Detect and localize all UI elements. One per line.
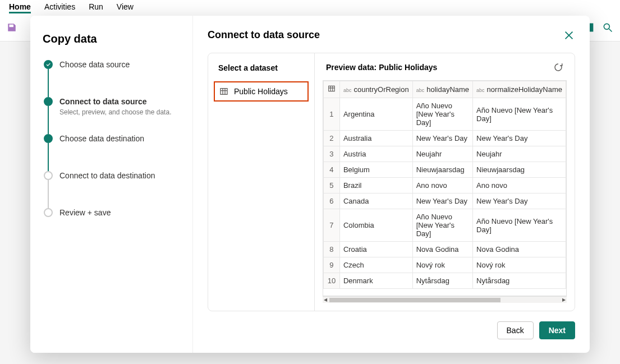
row-number: 2	[324, 131, 340, 146]
wizard-step[interactable]: Choose data source	[43, 60, 180, 97]
step-connector	[48, 180, 49, 208]
cell: Nytårsdag	[412, 273, 472, 289]
preview-panel: Preview data: Public Holidays abccountry…	[315, 53, 575, 311]
search-icon[interactable]	[602, 22, 613, 33]
step-dot	[44, 208, 53, 217]
copy-data-modal: Copy data Choose data sourceConnect to d…	[30, 16, 590, 353]
cell: Año Nuevo [New Year's Day]	[412, 98, 472, 131]
cell: Año Nuevo [New Year's Day]	[473, 209, 566, 242]
column-header[interactable]: abccountryOrRegion	[339, 81, 412, 98]
cell: Año Nuevo [New Year's Day]	[412, 209, 472, 242]
step-connector	[48, 106, 49, 134]
scroll-left-arrow[interactable]: ◀	[323, 297, 328, 302]
cell: Ano novo	[473, 178, 566, 193]
wizard-steps: Choose data sourceConnect to data source…	[43, 60, 180, 217]
table-row[interactable]: 2AustraliaNew Year's DayNew Year's Day	[324, 131, 566, 146]
row-number: 7	[324, 209, 340, 242]
row-number: 6	[324, 193, 340, 209]
cell: Ano novo	[412, 178, 472, 193]
dataset-section-title: Select a dataset	[218, 63, 304, 72]
step-label: Connect to data destination	[59, 171, 155, 180]
svg-point-2	[604, 24, 609, 29]
row-number: 8	[324, 242, 340, 257]
cell: Colombia	[339, 209, 412, 242]
cell: New Year's Day	[473, 131, 566, 146]
cell: Argentina	[339, 98, 412, 131]
ribbon-tab-run[interactable]: Run	[89, 2, 103, 13]
ribbon-tab-activities[interactable]: Activities	[44, 2, 75, 13]
step-dot	[44, 134, 53, 143]
cell: Denmark	[339, 273, 412, 289]
next-button[interactable]: Next	[539, 321, 575, 339]
table-icon	[219, 87, 228, 96]
wizard-step[interactable]: Review + save	[43, 208, 180, 217]
scroll-right-arrow[interactable]: ▶	[561, 297, 567, 302]
svg-rect-6	[221, 89, 227, 95]
check-icon	[44, 60, 53, 69]
cell: Belgium	[339, 162, 412, 178]
table-row[interactable]: 1ArgentinaAño Nuevo [New Year's Day]Año …	[324, 98, 566, 131]
back-button[interactable]: Back	[497, 321, 534, 339]
column-header[interactable]: abcnormalizeHolidayName	[473, 81, 566, 98]
table-row[interactable]: 3AustriaNeujahrNeujahr	[324, 146, 566, 162]
wizard-title: Copy data	[43, 33, 180, 45]
cell: New Year's Day	[473, 193, 566, 209]
ribbon-tab-view[interactable]: View	[117, 2, 134, 13]
cell: Nieuwjaarsdag	[412, 162, 472, 178]
wizard-step[interactable]: Connect to data sourceSelect, preview, a…	[43, 97, 180, 134]
dataset-item[interactable]: Public Holidays	[214, 81, 309, 102]
cell: Nova Godina	[412, 242, 472, 257]
cell: Neujahr	[412, 146, 472, 162]
cell: Australia	[339, 131, 412, 146]
row-number: 9	[324, 257, 340, 273]
rownum-header	[324, 81, 340, 98]
wizard-step[interactable]: Choose data destination	[43, 134, 180, 171]
step-label: Review + save	[59, 208, 111, 217]
horizontal-scrollbar[interactable]: ◀ ▶	[323, 296, 567, 303]
cell: Nieuwjaarsdag	[473, 162, 566, 178]
save-icon[interactable]	[7, 22, 17, 33]
step-dot	[44, 171, 53, 180]
ribbon-tab-home[interactable]: Home	[9, 2, 31, 13]
row-number: 10	[324, 273, 340, 289]
step-dot	[44, 97, 53, 106]
row-number: 4	[324, 162, 340, 178]
dataset-list: Select a dataset Public Holidays	[208, 53, 315, 311]
cell: Nytårsdag	[473, 273, 566, 289]
table-row[interactable]: 8CroatiaNova GodinaNova Godina	[324, 242, 566, 257]
cell: Nový rok	[473, 257, 566, 273]
cell: Neujahr	[473, 146, 566, 162]
table-row[interactable]: 7ColombiaAño Nuevo [New Year's Day]Año N…	[324, 209, 566, 242]
scroll-thumb[interactable]	[329, 298, 500, 302]
step-sublabel: Select, preview, and choose the data.	[59, 108, 171, 116]
step-label: Choose data source	[59, 60, 130, 69]
main-title: Connect to data source	[208, 29, 320, 42]
wizard-main: Connect to data source Select a dataset …	[193, 16, 590, 353]
close-icon[interactable]	[563, 29, 575, 42]
cell: Año Nuevo [New Year's Day]	[473, 98, 566, 131]
ribbon-tabs: HomeActivitiesRunView	[0, 0, 620, 13]
data-grid[interactable]: abccountryOrRegionabcholidayNameabcnorma…	[323, 80, 567, 296]
table-row[interactable]: 5BrazilAno novoAno novo	[324, 178, 566, 193]
table-row[interactable]: 6CanadaNew Year's DayNew Year's Day	[324, 193, 566, 209]
table-row[interactable]: 10DenmarkNytårsdagNytårsdag	[324, 273, 566, 289]
svg-rect-1	[590, 24, 593, 31]
row-number: 3	[324, 146, 340, 162]
row-number: 5	[324, 178, 340, 193]
column-header[interactable]: abcholidayName	[412, 81, 472, 98]
preview-title: Preview data: Public Holidays	[326, 63, 437, 72]
cell: Brazil	[339, 178, 412, 193]
step-connector	[48, 69, 49, 97]
wizard-sidebar: Copy data Choose data sourceConnect to d…	[30, 16, 193, 353]
cell: Austria	[339, 146, 412, 162]
cell: Czech	[339, 257, 412, 273]
wizard-step[interactable]: Connect to data destination	[43, 171, 180, 208]
step-label: Choose data destination	[59, 134, 144, 143]
table-row[interactable]: 4BelgiumNieuwjaarsdagNieuwjaarsdag	[324, 162, 566, 178]
cell: Nova Godina	[473, 242, 566, 257]
row-number: 1	[324, 98, 340, 131]
refresh-icon[interactable]	[553, 62, 563, 72]
svg-line-3	[609, 29, 612, 31]
cell: New Year's Day	[412, 131, 472, 146]
table-row[interactable]: 9CzechNový rokNový rok	[324, 257, 566, 273]
